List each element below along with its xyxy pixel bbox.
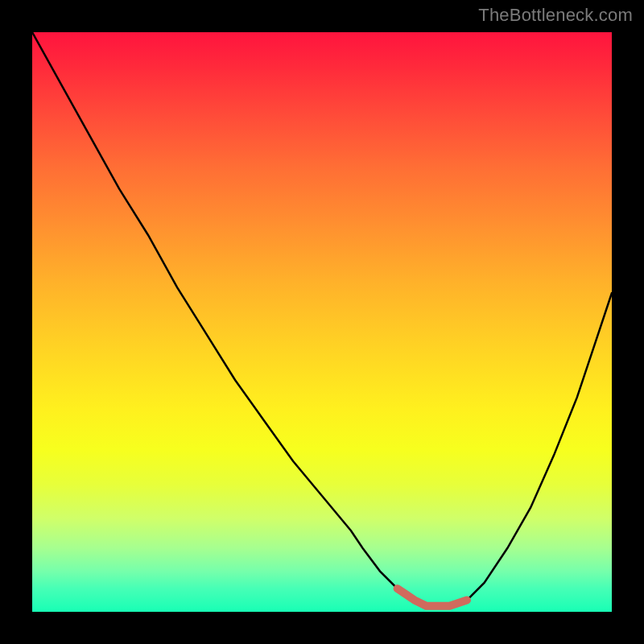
watermark-text: TheBottleneck.com <box>478 5 633 26</box>
plot-area <box>32 32 612 612</box>
curve-main-path <box>32 32 612 606</box>
chart-frame: TheBottleneck.com <box>0 0 644 644</box>
valley-highlight-path <box>398 588 467 606</box>
bottleneck-curve <box>32 32 612 612</box>
